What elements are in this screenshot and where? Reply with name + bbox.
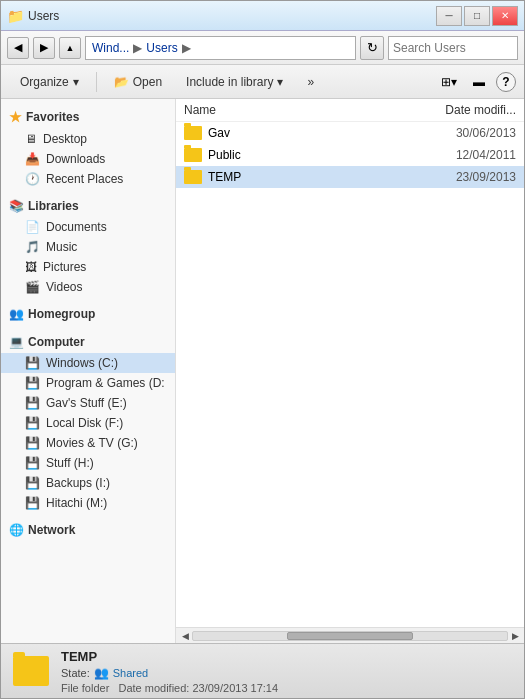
open-button[interactable]: 📂 Open [103, 69, 173, 95]
libraries-header[interactable]: 📚 Libraries [1, 195, 175, 217]
videos-icon: 🎬 [25, 280, 40, 294]
file-date-gav: 30/06/2013 [396, 126, 516, 140]
sidebar-item-program-games[interactable]: 💾 Program & Games (D: [1, 373, 175, 393]
more-button[interactable]: » [296, 69, 325, 95]
computer-section: 💻 Computer 💾 Windows (C:) 💾 Program & Ga… [1, 331, 175, 513]
homegroup-section: 👥 Homegroup [1, 303, 175, 325]
path-part-wind[interactable]: Wind... [92, 41, 129, 55]
desktop-icon: 🖥 [25, 132, 37, 146]
sidebar-item-recent-places[interactable]: 🕐 Recent Places [1, 169, 175, 189]
sidebar-item-pictures[interactable]: 🖼 Pictures [1, 257, 175, 277]
column-headers: Name Date modifi... [176, 99, 524, 122]
homegroup-icon: 👥 [9, 307, 24, 321]
state-label: State: [61, 667, 90, 679]
sidebar-item-videos[interactable]: 🎬 Videos [1, 277, 175, 297]
folder-icon-temp [184, 170, 202, 184]
sidebar-item-backups[interactable]: 💾 Backups (I:) [1, 473, 175, 493]
explorer-window: 📁 Users ─ □ ✕ ◀ ▶ ▲ Wind... ▶ Users ▶ ↻ … [0, 0, 525, 699]
col-name-header[interactable]: Name [184, 103, 396, 117]
file-list: Gav 30/06/2013 Public 12/04/2011 TEMP 23… [176, 122, 524, 627]
back-button[interactable]: ◀ [7, 37, 29, 59]
recent-places-icon: 🕐 [25, 172, 40, 186]
main-area: ★ Favorites 🖥 Desktop 📥 Downloads 🕐 Rece… [1, 99, 524, 643]
up-button[interactable]: ▲ [59, 37, 81, 59]
sidebar: ★ Favorites 🖥 Desktop 📥 Downloads 🕐 Rece… [1, 99, 176, 643]
drive-f-icon: 💾 [25, 416, 40, 430]
desktop-label: Desktop [43, 132, 87, 146]
computer-header[interactable]: 💻 Computer [1, 331, 175, 353]
scroll-right-button[interactable]: ▶ [508, 629, 522, 643]
favorites-header[interactable]: ★ Favorites [1, 105, 175, 129]
pictures-label: Pictures [43, 260, 86, 274]
window-controls: ─ □ ✕ [436, 6, 518, 26]
videos-label: Videos [46, 280, 82, 294]
table-row[interactable]: Public 12/04/2011 [176, 144, 524, 166]
file-name-gav: Gav [208, 126, 390, 140]
path-sep-2: ▶ [182, 41, 191, 55]
sidebar-item-gav-stuff[interactable]: 💾 Gav's Stuff (E:) [1, 393, 175, 413]
path-part-users[interactable]: Users [146, 41, 177, 55]
homegroup-label: Homegroup [28, 307, 95, 321]
search-input[interactable] [393, 41, 525, 55]
scroll-thumb[interactable] [287, 632, 413, 640]
include-in-library-button[interactable]: Include in library ▾ [175, 69, 294, 95]
col-date-header[interactable]: Date modifi... [396, 103, 516, 117]
folder-icon-gav [184, 126, 202, 140]
maximize-button[interactable]: □ [464, 6, 490, 26]
refresh-button[interactable]: ↻ [360, 36, 384, 60]
more-label: » [307, 75, 314, 89]
drive-m-icon: 💾 [25, 496, 40, 510]
sidebar-item-desktop[interactable]: 🖥 Desktop [1, 129, 175, 149]
homegroup-header[interactable]: 👥 Homegroup [1, 303, 175, 325]
drive-d-icon: 💾 [25, 376, 40, 390]
drive-f-label: Local Disk (F:) [46, 416, 123, 430]
table-row[interactable]: TEMP 23/09/2013 [176, 166, 524, 188]
status-state-row: State: 👥 Shared [61, 666, 278, 680]
close-button[interactable]: ✕ [492, 6, 518, 26]
sidebar-item-downloads[interactable]: 📥 Downloads [1, 149, 175, 169]
minimize-button[interactable]: ─ [436, 6, 462, 26]
title-bar-left: 📁 Users [7, 8, 59, 24]
network-section: 🌐 Network [1, 519, 175, 541]
status-bar: TEMP State: 👥 Shared File folder Date mo… [1, 643, 524, 698]
path-sep-1: ▶ [133, 41, 142, 55]
drive-i-icon: 💾 [25, 476, 40, 490]
sidebar-item-stuff[interactable]: 💾 Stuff (H:) [1, 453, 175, 473]
shared-people-icon: 👥 [94, 666, 109, 680]
view-options-button[interactable]: ⊞▾ [436, 69, 462, 95]
help-button[interactable]: ? [496, 72, 516, 92]
file-date-temp: 23/09/2013 [396, 170, 516, 184]
forward-button[interactable]: ▶ [33, 37, 55, 59]
sidebar-item-windows-c[interactable]: 💾 Windows (C:) [1, 353, 175, 373]
drive-i-label: Backups (I:) [46, 476, 110, 490]
sidebar-item-documents[interactable]: 📄 Documents [1, 217, 175, 237]
status-folder-name: TEMP [61, 649, 278, 664]
table-row[interactable]: Gav 30/06/2013 [176, 122, 524, 144]
sidebar-item-local-disk[interactable]: 💾 Local Disk (F:) [1, 413, 175, 433]
content-area: Name Date modifi... Gav 30/06/2013 Publi… [176, 99, 524, 643]
address-path[interactable]: Wind... ▶ Users ▶ [85, 36, 356, 60]
file-name-public: Public [208, 148, 390, 162]
include-chevron-icon: ▾ [277, 75, 283, 89]
file-date-public: 12/04/2011 [396, 148, 516, 162]
sidebar-item-music[interactable]: 🎵 Music [1, 237, 175, 257]
open-label: Open [133, 75, 162, 89]
drive-g-label: Movies & TV (G:) [46, 436, 138, 450]
windows-c-label: Windows (C:) [46, 356, 118, 370]
file-type-label: File folder [61, 682, 109, 694]
window-icon: 📁 [7, 8, 24, 24]
file-name-temp: TEMP [208, 170, 390, 184]
favorites-section: ★ Favorites 🖥 Desktop 📥 Downloads 🕐 Rece… [1, 105, 175, 189]
sidebar-item-movies-tv[interactable]: 💾 Movies & TV (G:) [1, 433, 175, 453]
open-icon: 📂 [114, 75, 129, 89]
status-info: TEMP State: 👥 Shared File folder Date mo… [61, 649, 278, 694]
scroll-track[interactable] [192, 631, 508, 641]
network-header[interactable]: 🌐 Network [1, 519, 175, 541]
preview-pane-button[interactable]: ▬ [466, 69, 492, 95]
computer-icon: 💻 [9, 335, 24, 349]
scroll-left-button[interactable]: ◀ [178, 629, 192, 643]
sidebar-item-hitachi[interactable]: 💾 Hitachi (M:) [1, 493, 175, 513]
toolbar-separator-1 [96, 72, 97, 92]
window-title: Users [28, 9, 59, 23]
organize-button[interactable]: Organize ▾ [9, 69, 90, 95]
